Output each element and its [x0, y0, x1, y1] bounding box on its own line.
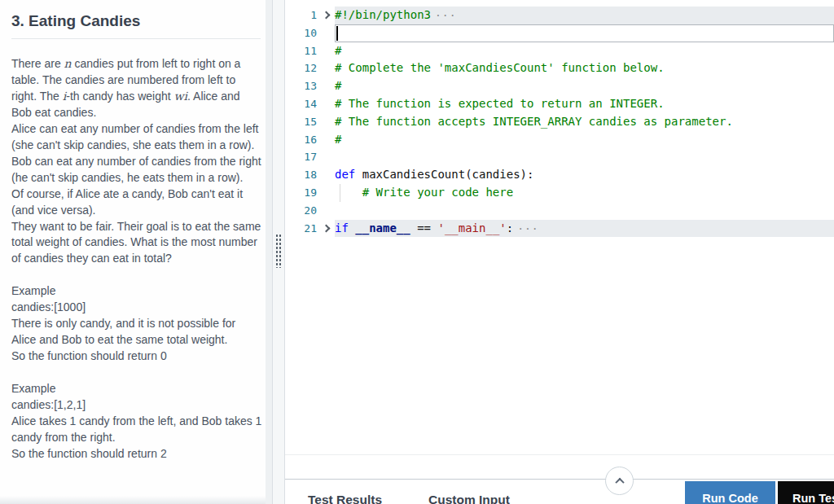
code-line[interactable]: 11#	[285, 42, 834, 60]
line-number: 13	[285, 77, 317, 95]
indent-guide	[340, 184, 340, 202]
line-number: 18	[285, 166, 317, 184]
problem-paragraph: There is only candy, and it is not possi…	[11, 316, 262, 348]
problem-paragraph: So the function should return 2	[11, 446, 262, 462]
problem-paragraph: Alice takes 1 candy from the left, and B…	[11, 414, 262, 446]
code-line[interactable]: 13#	[285, 77, 834, 95]
line-number: 21	[285, 220, 317, 238]
code-line[interactable]: 14# The function is expected to return a…	[285, 95, 834, 113]
fold-chevron-icon[interactable]	[322, 225, 330, 233]
code-line[interactable]: 15# The function accepts INTEGER_ARRAY c…	[285, 113, 834, 131]
code-line-content[interactable]: if __name__ == '__main__':···	[335, 220, 834, 238]
gutter-fold-column	[317, 131, 335, 149]
problem-title: 3. Eating Candies	[11, 12, 261, 30]
app-root: 3. Eating Candies There are n candies pu…	[0, 0, 834, 504]
console-tabs: Test ResultsCustom Input	[308, 493, 510, 504]
code-token-comment: #	[335, 44, 341, 57]
problem-panel: 3. Eating Candies There are n candies pu…	[0, 0, 272, 504]
code-line-content[interactable]: # The function accepts INTEGER_ARRAY can…	[335, 113, 834, 131]
code-line[interactable]: 20	[285, 202, 834, 220]
code-line[interactable]: 10	[285, 24, 834, 42]
code-line[interactable]: 17	[285, 148, 834, 166]
code-line[interactable]: 18def maxCandiesCount(candies):	[285, 166, 834, 184]
collapse-console-button[interactable]	[605, 467, 634, 495]
line-number: 14	[285, 95, 317, 113]
text-cursor	[336, 26, 338, 41]
line-number: 10	[285, 24, 317, 42]
code-line-content[interactable]: # Complete the 'maxCandiesCount' functio…	[335, 59, 834, 77]
gutter-fold-column	[317, 220, 335, 238]
problem-paragraph: candies:[1,2,1]	[11, 397, 262, 414]
code-token-comment: #	[335, 133, 341, 146]
problem-scrollbar-track[interactable]	[266, 0, 272, 504]
title-divider	[11, 38, 261, 39]
folded-code-ellipsis[interactable]: ···	[517, 222, 538, 234]
code-token-plain: :	[507, 221, 513, 234]
run-tests-button[interactable]: Run Tests	[778, 481, 834, 504]
code-token-comment: # The function accepts INTEGER_ARRAY can…	[335, 115, 733, 128]
code-line[interactable]: 19 # Write your code here	[285, 184, 834, 202]
problem-paragraph: Alice can eat any number of candies from…	[11, 121, 262, 154]
problem-paragraph: Of course, if Alice ate a candy, Bob can…	[11, 186, 262, 219]
code-token-variable: __name__	[355, 221, 410, 234]
code-line-content[interactable]: #	[335, 131, 834, 149]
problem-paragraph: candies:[1000]	[11, 300, 262, 316]
gutter-fold-column	[317, 95, 335, 113]
gutter-fold-column	[317, 24, 335, 42]
code-line-content[interactable]	[335, 24, 834, 42]
math-var: wi	[174, 90, 187, 103]
code-line-content[interactable]	[335, 202, 834, 220]
editor-bottom-divider	[285, 454, 834, 455]
line-number: 1	[285, 7, 317, 24]
math-var: i	[63, 90, 66, 103]
code-editor[interactable]: 1#!/bin/python3···1011#12# Complete the …	[285, 0, 834, 237]
panel-bottom-fade	[0, 496, 266, 504]
math-var: n	[64, 57, 72, 70]
code-line-content[interactable]: # Write your code here	[335, 184, 834, 202]
code-line[interactable]: 21if __name__ == '__main__':···	[285, 220, 834, 238]
code-token-keyword: if	[335, 221, 349, 234]
code-line-content[interactable]	[335, 148, 834, 166]
line-number: 11	[285, 42, 317, 60]
line-number: 20	[285, 202, 317, 220]
code-line-content[interactable]: # The function is expected to return an …	[335, 95, 834, 113]
console-bar: Test ResultsCustom Input Run Code Run Te…	[285, 479, 834, 504]
line-number: 17	[285, 148, 317, 166]
problem-paragraph: Bob can eat any number of candies from t…	[11, 154, 262, 186]
code-token-comment: #!/bin/python3	[335, 8, 431, 21]
folded-code-ellipsis[interactable]: ···	[435, 9, 456, 21]
gutter-fold-column	[317, 184, 335, 202]
code-token-comment: # Complete the 'maxCandiesCount' functio…	[335, 61, 665, 74]
gutter-fold-column	[317, 113, 335, 131]
problem-paragraph: Example	[11, 381, 262, 397]
code-token-string: '__main__'	[437, 221, 506, 234]
chevron-up-icon	[615, 477, 624, 486]
console-tab-custom-input[interactable]: Custom Input	[428, 493, 510, 504]
code-line-content[interactable]: #	[335, 42, 834, 60]
console-tab-test-results[interactable]: Test Results	[308, 493, 382, 504]
problem-body: There are n candies put from left to rig…	[11, 56, 262, 462]
gutter-fold-column	[317, 59, 335, 77]
panel-splitter[interactable]	[272, 0, 285, 504]
gutter-fold-column	[317, 202, 335, 220]
line-number: 19	[285, 184, 317, 202]
code-token-plain: ==	[410, 221, 438, 234]
gutter-fold-column	[317, 77, 335, 95]
code-line-content[interactable]: #!/bin/python3···	[335, 7, 834, 24]
gutter-fold-column	[317, 42, 335, 60]
code-token-comment: #	[335, 79, 341, 92]
drag-handle-icon	[275, 234, 282, 268]
code-token-comment: # The function is expected to return an …	[335, 97, 665, 110]
gutter-fold-column	[317, 166, 335, 184]
code-line-content[interactable]: def maxCandiesCount(candies):	[335, 166, 834, 184]
code-line-content[interactable]: #	[335, 77, 834, 95]
code-line[interactable]: 1#!/bin/python3···	[285, 7, 834, 24]
code-line[interactable]: 12# Complete the 'maxCandiesCount' funct…	[285, 59, 834, 77]
code-line[interactable]: 16#	[285, 131, 834, 149]
gutter-fold-column	[317, 7, 335, 24]
gutter-fold-column	[317, 148, 335, 166]
code-token-comment: # Write your code here	[362, 186, 513, 199]
problem-paragraph: They want to be fair. Their goal is to e…	[11, 219, 262, 268]
fold-chevron-icon[interactable]	[322, 11, 330, 20]
run-code-button[interactable]: Run Code	[685, 481, 775, 504]
